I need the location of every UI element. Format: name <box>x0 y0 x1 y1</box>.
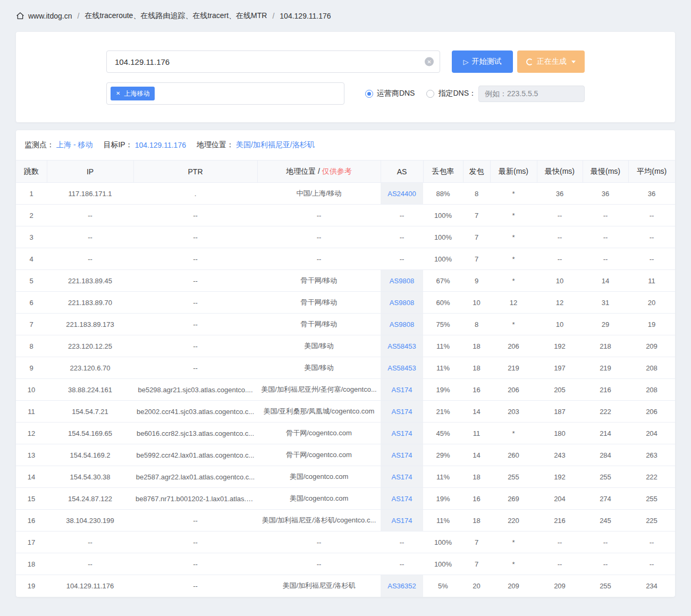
cell-hop: 1 <box>16 183 47 205</box>
cell-slowest: 245 <box>583 510 628 531</box>
cell-avg: 234 <box>628 575 675 597</box>
cell-sent: 18 <box>463 466 490 488</box>
as-link[interactable]: AS174 <box>391 408 412 416</box>
test-form-card: ✕ ▷ 开始测试 正在生成 ✕ 上海移动 <box>16 32 675 122</box>
cell-hop: 12 <box>16 423 47 444</box>
tag-close-icon[interactable]: ✕ <box>116 91 120 96</box>
as-link[interactable]: AS24400 <box>387 190 416 198</box>
cell-slowest: 31 <box>583 292 628 314</box>
header-loss: 丢包率 <box>423 161 463 183</box>
cell-geo: 美国/加利福尼亚/洛杉矶 <box>257 575 381 597</box>
cell-avg: 255 <box>628 488 675 510</box>
table-header-row: 跳数 IP PTR 地理位置 / 仅供参考 AS 丢包率 发包 最新(ms) 最… <box>16 161 675 183</box>
carrier-dns-label: 运营商DNS <box>377 89 415 98</box>
header-fastest: 最快(ms) <box>537 161 583 183</box>
cell-ip: -- <box>47 248 133 270</box>
cell-as: AS58453 <box>381 357 423 379</box>
node-tag: ✕ 上海移动 <box>111 87 155 100</box>
caret-down-icon <box>571 61 576 63</box>
cell-loss: 19% <box>423 488 463 510</box>
cell-ip: 154.54.169.2 <box>47 444 133 466</box>
cell-geo: -- <box>257 248 381 270</box>
as-link[interactable]: AS174 <box>391 517 412 525</box>
cell-geo: 中国/上海/移动 <box>257 183 381 205</box>
generating-label: 正在生成 <box>537 57 567 66</box>
home-icon[interactable] <box>16 12 24 20</box>
as-link[interactable]: AS174 <box>391 451 412 459</box>
table-row: 1117.186.171.1.中国/上海/移动AS2440088%8*36363… <box>16 183 675 205</box>
cell-slowest: -- <box>583 226 628 248</box>
geo-value[interactable]: 美国/加利福尼亚/洛杉矶 <box>236 140 315 150</box>
cell-as: AS58453 <box>381 335 423 357</box>
cell-fastest: 197 <box>537 357 583 379</box>
cell-as: AS9808 <box>381 270 423 292</box>
cell-latest: 203 <box>490 401 537 423</box>
cell-avg: 36 <box>628 183 675 205</box>
cell-geo: 骨干网/移动 <box>257 314 381 335</box>
clear-input-icon[interactable]: ✕ <box>425 57 434 66</box>
cell-latest: * <box>490 270 537 292</box>
cell-fastest: 12 <box>537 292 583 314</box>
header-latest: 最新(ms) <box>490 161 537 183</box>
radio-carrier-dns[interactable]: 运营商DNS <box>365 89 415 98</box>
cell-as: AS174 <box>381 488 423 510</box>
as-link[interactable]: AS9808 <box>390 299 414 307</box>
cell-fastest: -- <box>537 205 583 226</box>
cell-geo: 美国/加利福尼亚州/圣何塞/cogentco... <box>257 379 381 401</box>
as-link[interactable]: AS174 <box>391 386 412 394</box>
cell-loss: 11% <box>423 335 463 357</box>
node-select-box[interactable]: ✕ 上海移动 <box>106 82 344 105</box>
as-link[interactable]: AS9808 <box>390 320 414 328</box>
start-test-label: 开始测试 <box>472 57 502 66</box>
monitor-value[interactable]: 上海 - 移动 <box>56 140 92 150</box>
custom-dns-input[interactable] <box>478 86 585 102</box>
cell-avg: 19 <box>628 314 675 335</box>
target-input[interactable] <box>106 50 440 73</box>
as-link[interactable]: AS174 <box>391 429 412 437</box>
as-link[interactable]: AS58453 <box>387 364 416 372</box>
as-link[interactable]: AS174 <box>391 473 412 481</box>
header-ip: IP <box>47 161 133 183</box>
breadcrumb-section[interactable]: 在线traceroute、在线路由追踪、在线tracert、在线MTR <box>85 11 267 21</box>
cell-loss: 67% <box>423 270 463 292</box>
geo-group: 地理位置： 美国/加利福尼亚/洛杉矶 <box>197 140 315 150</box>
cell-avg: -- <box>628 226 675 248</box>
cell-sent: 16 <box>463 379 490 401</box>
as-link[interactable]: AS9808 <box>390 277 414 285</box>
cell-ptr: . <box>133 183 257 205</box>
cell-as: AS9808 <box>381 314 423 335</box>
breadcrumb-separator: / <box>272 12 274 20</box>
cell-geo: 美国/亚利桑那/凤凰城/cogentco.com <box>257 401 381 423</box>
cell-ptr: -- <box>133 553 257 575</box>
start-test-button[interactable]: ▷ 开始测试 <box>452 50 513 73</box>
table-row: 1638.104.230.199--美国/加利福尼亚/洛杉矶/cogentco.… <box>16 510 675 531</box>
cell-ptr: -- <box>133 510 257 531</box>
cell-hop: 11 <box>16 401 47 423</box>
as-link[interactable]: AS174 <box>391 495 412 503</box>
table-row: 19104.129.11.176--美国/加利福尼亚/洛杉矶AS363525%2… <box>16 575 675 597</box>
header-slowest: 最慢(ms) <box>583 161 628 183</box>
cell-as: -- <box>381 531 423 553</box>
cell-fastest: -- <box>537 531 583 553</box>
cell-hop: 7 <box>16 314 47 335</box>
radio-selected-icon <box>365 90 373 98</box>
cell-ip: 221.183.89.45 <box>47 270 133 292</box>
page: www.itdog.cn / 在线traceroute、在线路由追踪、在线tra… <box>0 0 691 605</box>
cell-avg: 263 <box>628 444 675 466</box>
as-link[interactable]: AS36352 <box>387 582 416 590</box>
cell-hop: 14 <box>16 466 47 488</box>
cell-as: AS36352 <box>381 575 423 597</box>
cell-loss: 75% <box>423 314 463 335</box>
target-ip-value[interactable]: 104.129.11.176 <box>135 141 186 149</box>
cell-hop: 17 <box>16 531 47 553</box>
radio-custom-dns[interactable]: 指定DNS： <box>426 89 476 98</box>
cell-loss: 11% <box>423 466 463 488</box>
cell-slowest: -- <box>583 531 628 553</box>
cell-loss: 100% <box>423 531 463 553</box>
cell-slowest: 219 <box>583 357 628 379</box>
cell-ptr: -- <box>133 531 257 553</box>
generating-button[interactable]: 正在生成 <box>517 50 585 73</box>
as-link[interactable]: AS58453 <box>387 342 416 350</box>
breadcrumb-site[interactable]: www.itdog.cn <box>28 12 72 20</box>
cell-latest: 269 <box>490 488 537 510</box>
